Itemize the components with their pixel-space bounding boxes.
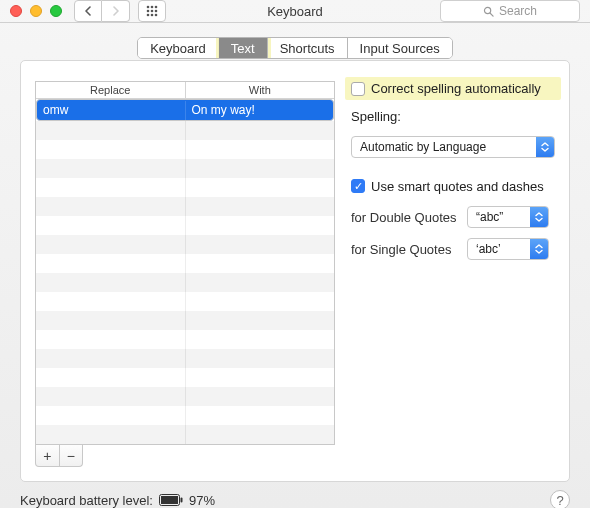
table-row[interactable] — [36, 178, 334, 197]
back-button[interactable] — [74, 0, 102, 22]
cell-replace — [36, 311, 186, 330]
cell-with — [186, 197, 335, 216]
table-row[interactable] — [36, 235, 334, 254]
cell-replace: omw — [37, 101, 186, 120]
cell-replace — [36, 292, 186, 311]
spelling-select[interactable]: Automatic by Language — [351, 136, 555, 158]
tab-keyboard[interactable]: Keyboard — [138, 38, 219, 58]
cell-replace — [36, 197, 186, 216]
add-button[interactable]: + — [36, 445, 60, 466]
tab-shortcuts[interactable]: Shortcuts — [268, 38, 348, 58]
table-row[interactable] — [36, 121, 334, 140]
svg-point-2 — [155, 6, 158, 9]
table-row[interactable] — [36, 197, 334, 216]
cell-with — [186, 235, 335, 254]
table-row[interactable] — [36, 349, 334, 368]
cell-with — [186, 387, 335, 406]
svg-point-8 — [155, 14, 158, 17]
svg-point-6 — [147, 14, 150, 17]
correct-spelling-row[interactable]: Correct spelling automatically — [345, 77, 561, 100]
cell-with — [186, 273, 335, 292]
tab-text[interactable]: Text — [219, 38, 268, 58]
svg-rect-13 — [161, 496, 178, 504]
double-quotes-value: “abc” — [468, 210, 530, 224]
table-row[interactable] — [36, 330, 334, 349]
svg-point-7 — [151, 14, 154, 17]
table-row[interactable] — [36, 216, 334, 235]
table-row[interactable] — [36, 387, 334, 406]
table-row[interactable] — [36, 425, 334, 444]
table-row[interactable] — [36, 368, 334, 387]
smart-quotes-row[interactable]: Use smart quotes and dashes — [351, 176, 555, 196]
cell-replace — [36, 216, 186, 235]
traffic-lights — [10, 5, 62, 17]
cell-with — [186, 159, 335, 178]
close-icon[interactable] — [10, 5, 22, 17]
cell-replace — [36, 235, 186, 254]
col-replace[interactable]: Replace — [36, 82, 186, 98]
table-row[interactable]: omwOn my way! — [36, 99, 334, 121]
cell-with — [186, 216, 335, 235]
table-row[interactable] — [36, 254, 334, 273]
zoom-icon[interactable] — [50, 5, 62, 17]
cell-replace — [36, 330, 186, 349]
chevron-left-icon — [84, 6, 92, 16]
remove-button[interactable]: − — [60, 445, 83, 466]
table-row[interactable] — [36, 140, 334, 159]
cell-replace — [36, 368, 186, 387]
updown-icon — [536, 137, 554, 157]
search-input[interactable]: Search — [440, 0, 580, 22]
battery-pct: 97% — [189, 493, 215, 508]
table-row[interactable] — [36, 311, 334, 330]
smart-quotes-label: Use smart quotes and dashes — [371, 179, 544, 194]
table-row[interactable] — [36, 273, 334, 292]
svg-rect-12 — [180, 498, 182, 503]
cell-with — [186, 425, 335, 444]
cell-replace — [36, 406, 186, 425]
titlebar: Keyboard Search — [0, 0, 590, 23]
cell-replace — [36, 349, 186, 368]
search-placeholder: Search — [499, 4, 537, 18]
col-with[interactable]: With — [186, 82, 335, 98]
cell-with — [186, 368, 335, 387]
cell-with — [186, 406, 335, 425]
show-all-button[interactable] — [138, 0, 166, 22]
cell-with: On my way! — [186, 101, 334, 120]
table-header: Replace With — [36, 82, 334, 99]
tab-input-sources[interactable]: Input Sources — [348, 38, 452, 58]
cell-with — [186, 140, 335, 159]
cell-with — [186, 178, 335, 197]
table-row[interactable] — [36, 159, 334, 178]
battery-icon — [159, 494, 183, 506]
add-remove-group: + − — [35, 445, 83, 467]
smart-quotes-checkbox[interactable] — [351, 179, 365, 193]
double-quotes-select[interactable]: “abc” — [467, 206, 549, 228]
correct-spelling-checkbox[interactable] — [351, 82, 365, 96]
cell-with — [186, 121, 335, 140]
forward-button[interactable] — [102, 0, 130, 22]
svg-point-0 — [147, 6, 150, 9]
table-row[interactable] — [36, 406, 334, 425]
double-quotes-label: for Double Quotes — [351, 210, 461, 225]
single-quotes-select[interactable]: ‘abc’ — [467, 238, 549, 260]
replacements-column: Replace With omwOn my way! + − — [35, 81, 335, 467]
cell-with — [186, 292, 335, 311]
cell-replace — [36, 159, 186, 178]
svg-point-1 — [151, 6, 154, 9]
minimize-icon[interactable] — [30, 5, 42, 17]
table-row[interactable] — [36, 292, 334, 311]
correct-spelling-label: Correct spelling automatically — [371, 81, 541, 96]
svg-line-10 — [490, 12, 493, 15]
double-quotes-row: for Double Quotes “abc” — [351, 206, 555, 228]
cell-replace — [36, 425, 186, 444]
table-body[interactable]: omwOn my way! — [36, 99, 334, 444]
cell-replace — [36, 273, 186, 292]
cell-with — [186, 330, 335, 349]
help-button[interactable]: ? — [550, 490, 570, 508]
preferences-window: Keyboard Search Keyboard Text Shortcuts … — [0, 0, 590, 508]
svg-point-3 — [147, 10, 150, 13]
content-area: Keyboard Text Shortcuts Input Sources Re… — [0, 23, 590, 490]
search-icon — [483, 6, 494, 17]
footer: Keyboard battery level: 97% ? — [0, 490, 590, 508]
cell-with — [186, 254, 335, 273]
